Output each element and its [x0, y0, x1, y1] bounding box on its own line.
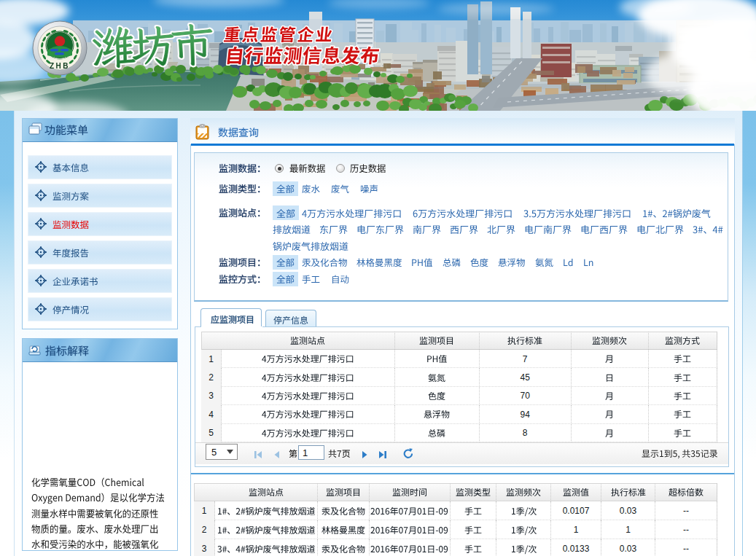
svg-text:ZHB: ZHB [50, 62, 70, 70]
